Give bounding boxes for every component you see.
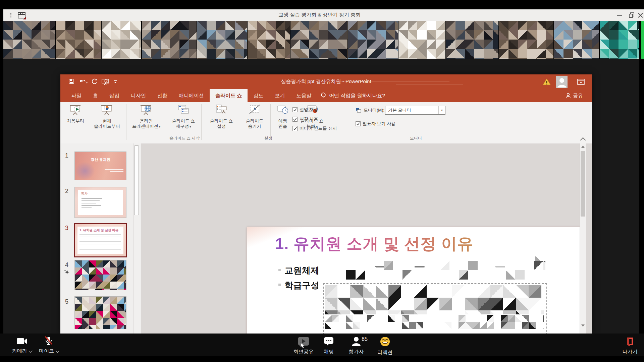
monitor-select-row: 모니터(M): bbox=[356, 107, 384, 113]
checkbox-show-media-controls[interactable]: 미디어 컨트롤 표시 bbox=[292, 125, 337, 131]
slide-bullet-1: 교원체제 bbox=[284, 265, 319, 277]
online-presentation-button[interactable]: 온라인프레젠테이션▾ bbox=[127, 104, 165, 129]
app-restore-button[interactable] bbox=[628, 11, 636, 19]
current-slide[interactable]: 1. 유치원 소개 및 선정 이유 교원체제 학급구성 시설현황 bbox=[247, 227, 586, 334]
meeting-toolbar: 카메라 마이크 화면공유 채팅 85 참가자 리액션 나가기 bbox=[0, 334, 644, 356]
meeting-title: 교생 실습 평가회 & 상반기 정기 총회 bbox=[278, 12, 361, 18]
slide-thumbnail-4[interactable] bbox=[74, 260, 126, 290]
setup-slideshow-button[interactable]: 슬라이드 쇼설정 bbox=[204, 104, 239, 129]
slide-bullet-2: 학급구성 bbox=[284, 280, 319, 291]
group-label-setup: 설정 bbox=[255, 135, 282, 141]
tell-me-hint[interactable]: 어떤 작업을 원하시나요? bbox=[329, 93, 385, 99]
play-slideshow-icon bbox=[69, 104, 82, 116]
checkbox-checked-icon bbox=[356, 121, 361, 126]
participant-video-tile[interactable] bbox=[290, 21, 347, 59]
ppt-ribbon-tabs: 파일 홈 삽입 디자인 전환 애니메이션 슬라이드 쇼 검토 보기 도움말 어떤… bbox=[60, 89, 592, 102]
warning-icon[interactable] bbox=[543, 78, 551, 87]
chat-icon bbox=[323, 336, 334, 346]
participant-video-tile[interactable] bbox=[197, 21, 247, 59]
monitor-dropdown[interactable]: 기본 모니터 ▾ bbox=[385, 106, 445, 115]
bottom-black-strip bbox=[0, 356, 644, 362]
mouse-cursor bbox=[300, 342, 305, 349]
slide-thumbnail-2[interactable]: 목차 bbox=[74, 187, 126, 218]
participant-video-tile[interactable] bbox=[398, 21, 446, 59]
leave-button[interactable]: 나가기 bbox=[616, 336, 643, 355]
slide-thumbnail-5[interactable] bbox=[74, 296, 126, 329]
current-slide-icon bbox=[101, 104, 113, 116]
tab-home[interactable]: 홈 bbox=[87, 89, 104, 102]
slide-thumbnail-3-selected[interactable]: 1. 유치원 소개 및 선정 이유 bbox=[74, 223, 127, 257]
scroll-down-arrow[interactable] bbox=[581, 324, 585, 327]
slide-thumbnail-panel: 1 경산 유치원 2 목차 3 1. 유치원 소개 및 선정 이유 bbox=[60, 143, 141, 334]
ppt-content-area: 1 경산 유치원 2 목차 3 1. 유치원 소개 및 선정 이유 bbox=[60, 143, 592, 334]
tab-slideshow[interactable]: 슬라이드 쇼 bbox=[210, 89, 248, 102]
account-avatar[interactable] bbox=[556, 76, 568, 88]
participant-video-tile[interactable] bbox=[446, 21, 498, 59]
slide-thumbnail-1[interactable]: 경산 유치원 bbox=[74, 152, 126, 180]
hide-slide-icon bbox=[249, 104, 261, 116]
lightbulb-icon bbox=[320, 92, 327, 99]
participant-video-tile[interactable] bbox=[56, 21, 101, 59]
camera-button[interactable]: 카메라 bbox=[7, 337, 37, 354]
slide-number: 3 bbox=[65, 225, 68, 232]
thumb2-title: 목차 bbox=[81, 191, 88, 196]
collapse-ribbon-icon[interactable] bbox=[580, 137, 586, 143]
kebab-menu-icon[interactable] bbox=[7, 12, 14, 18]
right-black-bar bbox=[639, 59, 644, 334]
slide-canvas: 1. 유치원 소개 및 선정 이유 교원체제 학급구성 시설현황 bbox=[141, 143, 586, 334]
ppt-ribbon: 처음부터 현재슬라이드부터 온라인프레젠테이션▾ 슬라이드 쇼재구성▾ 슬라이드… bbox=[60, 102, 592, 144]
tab-insert[interactable]: 삽입 bbox=[104, 89, 125, 102]
tab-review[interactable]: 검토 bbox=[248, 89, 269, 102]
share-button[interactable]: 공유 bbox=[566, 89, 583, 102]
participants-button[interactable]: 85 참가자 bbox=[342, 336, 370, 355]
checkbox-checked-icon bbox=[292, 107, 298, 112]
mic-button-muted[interactable]: 마이크 bbox=[34, 336, 64, 354]
participant-video-tile[interactable] bbox=[142, 21, 197, 59]
tab-animations[interactable]: 애니메이션 bbox=[173, 89, 210, 102]
checkbox-use-timings[interactable]: 시간 사용 bbox=[292, 116, 318, 122]
participant-video-tile[interactable] bbox=[102, 21, 141, 59]
panel-scrollbar-thumb[interactable] bbox=[134, 145, 139, 215]
ppt-window-title: 실습평가회 ppt 경산유치원 - PowerPoint bbox=[60, 78, 592, 85]
from-beginning-button[interactable]: 처음부터 bbox=[63, 104, 88, 124]
participant-video-tile[interactable] bbox=[600, 21, 639, 59]
checkbox-play-narrations[interactable]: 설명 재생 bbox=[292, 107, 318, 113]
tab-view[interactable]: 보기 bbox=[269, 89, 290, 102]
top-black-strip bbox=[0, 0, 644, 9]
slide-number: 5 bbox=[65, 298, 68, 305]
tell-me-search[interactable]: 어떤 작업을 원하시나요? bbox=[317, 89, 385, 102]
dropdown-arrow-icon[interactable]: ▾ bbox=[438, 106, 445, 114]
participant-video-tile[interactable] bbox=[348, 21, 398, 59]
participant-video-tile[interactable] bbox=[554, 21, 599, 59]
slide-number: 4 bbox=[65, 261, 68, 268]
participant-video-strip[interactable] bbox=[3, 21, 639, 59]
custom-show-icon bbox=[177, 104, 190, 116]
ppt-title-bar: 실습평가회 ppt 경산유치원 - PowerPoint bbox=[60, 74, 592, 89]
rehearse-timings-button[interactable]: 예행연습 bbox=[272, 104, 293, 129]
screen-share-button-active[interactable]: 화면공유 bbox=[288, 336, 319, 355]
from-current-slide-button[interactable]: 현재슬라이드부터 bbox=[89, 104, 125, 129]
slide-number: 1 bbox=[65, 152, 68, 159]
ribbon-display-options-icon[interactable] bbox=[577, 78, 585, 86]
left-black-bar bbox=[0, 0, 3, 334]
tab-help[interactable]: 도움말 bbox=[290, 89, 317, 102]
tab-transitions[interactable]: 전환 bbox=[152, 89, 173, 102]
gallery-view-icon[interactable] bbox=[17, 11, 26, 21]
chat-button[interactable]: 채팅 bbox=[317, 336, 340, 355]
reactions-button[interactable]: 리액션 bbox=[372, 336, 398, 356]
animation-star-icon bbox=[64, 269, 70, 276]
participant-video-tile[interactable] bbox=[499, 21, 554, 59]
tab-file[interactable]: 파일 bbox=[66, 89, 87, 102]
participant-video-tile[interactable] bbox=[248, 21, 290, 59]
custom-slideshow-button[interactable]: 슬라이드 쇼재구성▾ bbox=[167, 104, 200, 129]
checkbox-presenter-view[interactable]: 발표자 보기 사용 bbox=[356, 121, 395, 127]
participant-video-tile[interactable] bbox=[3, 21, 55, 59]
tab-design[interactable]: 디자인 bbox=[125, 89, 152, 102]
scroll-up-arrow[interactable] bbox=[581, 145, 585, 148]
hide-slide-button[interactable]: 슬라이드숨기기 bbox=[240, 104, 269, 129]
chevron-down-icon bbox=[29, 349, 33, 353]
canvas-scrollbar-thumb[interactable] bbox=[581, 151, 585, 217]
app-close-button[interactable] bbox=[637, 11, 644, 19]
online-presentation-icon bbox=[140, 104, 152, 116]
app-minimize-button[interactable] bbox=[616, 11, 624, 19]
